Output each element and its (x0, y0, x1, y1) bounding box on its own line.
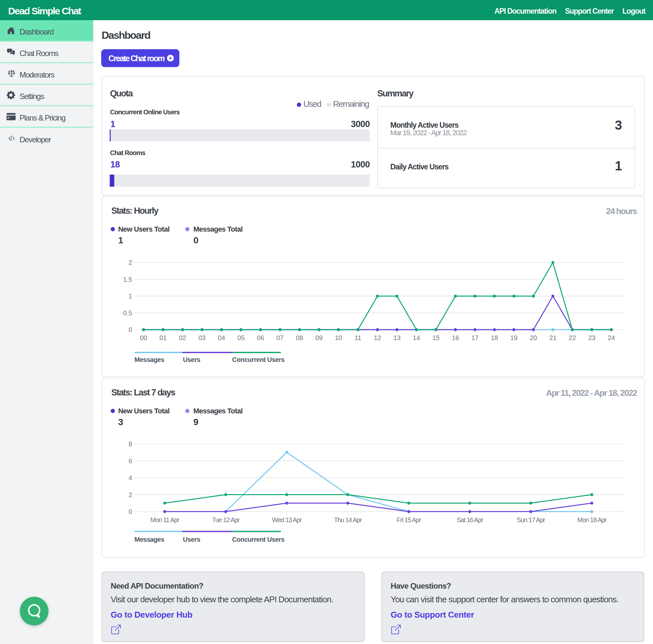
svg-text:23: 23 (588, 334, 596, 341)
svg-text:Thu 14 Apr: Thu 14 Apr (334, 516, 362, 524)
svg-text:02: 02 (179, 334, 186, 341)
svg-text:05: 05 (237, 334, 244, 341)
svg-text:Mon 11 Apr: Mon 11 Apr (150, 516, 179, 524)
svg-text:Concurrent Users: Concurrent Users (232, 536, 285, 543)
svg-text:14: 14 (413, 334, 420, 341)
svg-text:10: 10 (335, 334, 342, 341)
svg-text:0: 0 (128, 326, 132, 333)
svg-text:Messages: Messages (135, 536, 164, 543)
svg-text:2: 2 (128, 259, 132, 266)
svg-text:20: 20 (530, 334, 537, 341)
svg-text:Messages: Messages (135, 356, 164, 363)
svg-text:22: 22 (569, 334, 576, 341)
svg-text:6: 6 (128, 457, 132, 464)
svg-text:15: 15 (432, 334, 439, 341)
svg-text:Sat 16 Apr: Sat 16 Apr (457, 516, 483, 524)
svg-text:0.5: 0.5 (123, 309, 132, 317)
svg-text:Tue 12 Apr: Tue 12 Apr (212, 516, 240, 524)
svg-text:03: 03 (198, 334, 205, 341)
svg-text:1: 1 (128, 293, 132, 300)
svg-text:07: 07 (276, 334, 284, 341)
svg-text:24: 24 (608, 334, 615, 341)
svg-text:06: 06 (257, 334, 264, 341)
svg-text:01: 01 (160, 334, 167, 341)
svg-text:Users: Users (183, 356, 200, 363)
svg-text:09: 09 (315, 334, 322, 341)
svg-text:1.5: 1.5 (123, 276, 132, 283)
svg-text:8: 8 (128, 440, 132, 447)
svg-text:17: 17 (471, 334, 479, 341)
svg-text:19: 19 (510, 334, 517, 341)
svg-text:Sun 17 Apr: Sun 17 Apr (517, 516, 546, 524)
svg-text:21: 21 (549, 334, 556, 341)
svg-text:Concurrent Users: Concurrent Users (232, 356, 285, 363)
svg-text:Fri 15 Apr: Fri 15 Apr (397, 516, 421, 524)
svg-text:11: 11 (355, 334, 361, 341)
svg-text:Wed 13 Apr: Wed 13 Apr (272, 516, 302, 524)
svg-text:16: 16 (452, 334, 459, 341)
svg-text:18: 18 (491, 334, 498, 341)
svg-text:04: 04 (218, 334, 225, 341)
svg-text:00: 00 (140, 334, 147, 341)
svg-text:13: 13 (393, 334, 401, 341)
svg-text:12: 12 (374, 334, 381, 341)
svg-text:Users: Users (183, 536, 200, 543)
svg-text:2: 2 (128, 491, 132, 499)
svg-text:08: 08 (296, 334, 303, 341)
svg-text:Mon 18 Apr: Mon 18 Apr (577, 516, 607, 524)
svg-text:0: 0 (128, 508, 132, 515)
svg-text:4: 4 (128, 474, 132, 481)
